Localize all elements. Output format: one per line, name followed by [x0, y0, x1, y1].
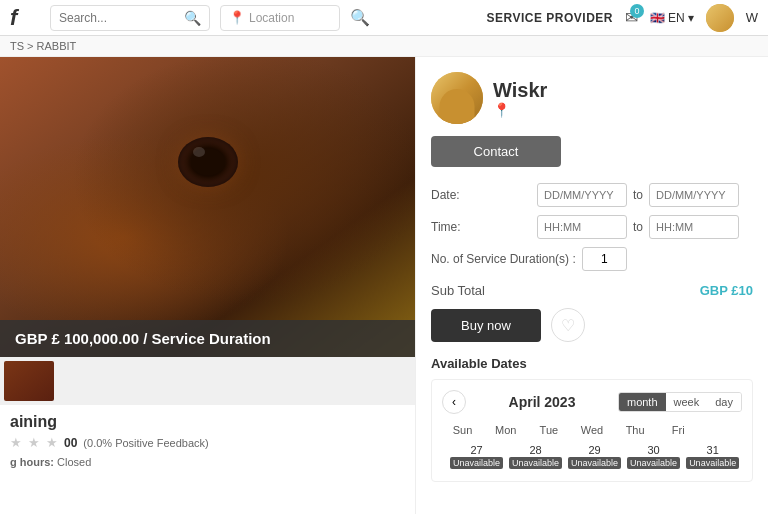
- flag-icon: 🇬🇧: [650, 11, 665, 25]
- subtotal-value: GBP £10: [700, 283, 753, 298]
- cal-cell-27: 27 Unavailable: [448, 442, 505, 471]
- listing-info: aining ★ ★ ★ 00 (0.0% Positive Feedback)…: [0, 405, 415, 476]
- calendar-days-header: Sun Mon Tue Wed Thu Fri: [442, 422, 742, 438]
- date-to-label: to: [633, 188, 643, 202]
- contact-button[interactable]: Contact: [431, 136, 561, 167]
- search-input[interactable]: [59, 11, 184, 25]
- cal-cell-30: 30 Unavailable: [625, 442, 682, 471]
- tab-month[interactable]: month: [619, 393, 666, 411]
- listing-image: GBP £ 100,000.00 / Service Duration: [0, 57, 415, 357]
- day-thu: Thu: [615, 422, 656, 438]
- location-text: Location: [249, 11, 294, 25]
- date-row: Date: to: [431, 183, 753, 207]
- rating-row: ★ ★ ★ 00 (0.0% Positive Feedback): [10, 435, 405, 450]
- calendar: ‹ April 2023 month week day Sun Mon Tue …: [431, 379, 753, 482]
- day-tue: Tue: [528, 422, 569, 438]
- day-wed: Wed: [571, 422, 612, 438]
- cal-cell-31: 31 Unavailable: [684, 442, 741, 471]
- day-fri: Fri: [658, 422, 699, 438]
- header: f 🔍 📍 Location 🔍 SERVICE PROVIDER ✉ 0 🇬🇧…: [0, 0, 768, 36]
- horse-eye: [178, 137, 238, 187]
- search-icon: 🔍: [184, 10, 201, 26]
- user-avatar[interactable]: [706, 4, 734, 32]
- star-2: ★: [28, 435, 40, 450]
- provider-location-icon: 📍: [493, 102, 510, 118]
- cal-cell-28: 28 Unavailable: [507, 442, 564, 471]
- cal-cell-29: 29 Unavailable: [566, 442, 623, 471]
- booking-form: Date: to Time: to No. of Service Duratio…: [431, 183, 753, 271]
- right-panel: Wiskr 📍 Contact Date: to Time: to No. of…: [415, 57, 768, 514]
- cal-cell-empty: [442, 442, 446, 471]
- avatar-image: [706, 4, 734, 32]
- duration-label: No. of Service Duration(s) :: [431, 252, 576, 266]
- user-initial: W: [746, 10, 758, 25]
- time-from-input[interactable]: [537, 215, 627, 239]
- calendar-header: ‹ April 2023 month week day: [442, 390, 742, 414]
- search-box[interactable]: 🔍: [50, 5, 210, 31]
- search-button[interactable]: 🔍: [350, 8, 370, 27]
- service-provider-link[interactable]: SERVICE PROVIDER: [487, 11, 613, 25]
- feedback-text: (0.0% Positive Feedback): [83, 437, 208, 449]
- calendar-month: April 2023: [509, 394, 576, 410]
- chevron-left-icon: ‹: [452, 395, 456, 409]
- duration-input[interactable]: [582, 247, 627, 271]
- date-to-input[interactable]: [649, 183, 739, 207]
- wishlist-button[interactable]: ♡: [551, 308, 585, 342]
- listing-title: aining: [10, 413, 405, 431]
- main-layout: GBP £ 100,000.00 / Service Duration aini…: [0, 57, 768, 514]
- provider-header: Wiskr 📍: [431, 72, 753, 124]
- date-from-input[interactable]: [537, 183, 627, 207]
- hours-value: Closed: [57, 456, 91, 468]
- day-sun: Sun: [442, 422, 483, 438]
- provider-avatar: [431, 72, 483, 124]
- time-to-input[interactable]: [649, 215, 739, 239]
- provider-avatar-shape: [440, 89, 475, 124]
- chevron-down-icon: ▾: [688, 11, 694, 25]
- breadcrumb: TS > RABBIT: [0, 36, 768, 57]
- buy-button[interactable]: Buy now: [431, 309, 541, 342]
- notification-icon[interactable]: ✉ 0: [625, 8, 638, 27]
- hours-row: g hours: Closed: [10, 456, 405, 468]
- hours-label: g hours:: [10, 456, 54, 468]
- calendar-prev-button[interactable]: ‹: [442, 390, 466, 414]
- thumbnail-1[interactable]: [4, 361, 54, 401]
- duration-row: No. of Service Duration(s) :: [431, 247, 753, 271]
- subtotal-label: Sub Total: [431, 283, 485, 298]
- price-overlay: GBP £ 100,000.00 / Service Duration: [0, 320, 415, 357]
- time-row: Time: to: [431, 215, 753, 239]
- available-dates-title: Available Dates: [431, 356, 753, 371]
- buy-row: Buy now ♡: [431, 308, 753, 342]
- provider-info: Wiskr 📍: [493, 79, 547, 118]
- tab-week[interactable]: week: [666, 393, 708, 411]
- subtotal-row: Sub Total GBP £10: [431, 283, 753, 298]
- provider-name: Wiskr: [493, 79, 547, 102]
- header-right: SERVICE PROVIDER ✉ 0 🇬🇧 EN ▾ W: [487, 4, 758, 32]
- lang-selector[interactable]: 🇬🇧 EN ▾: [650, 11, 694, 25]
- notification-badge: 0: [630, 4, 644, 18]
- star-3: ★: [46, 435, 58, 450]
- time-to-label: to: [633, 220, 643, 234]
- location-box[interactable]: 📍 Location: [220, 5, 340, 31]
- location-icon: 📍: [229, 10, 245, 25]
- day-mon: Mon: [485, 422, 526, 438]
- time-label: Time:: [431, 220, 531, 234]
- date-label: Date:: [431, 188, 531, 202]
- tab-day[interactable]: day: [707, 393, 741, 411]
- star-1: ★: [10, 435, 22, 450]
- logo: f: [10, 5, 40, 31]
- calendar-week-row: 27 Unavailable 28 Unavailable 29 Unavail…: [442, 442, 742, 471]
- rating-count: 00: [64, 436, 77, 450]
- heart-icon: ♡: [561, 316, 575, 335]
- view-tabs: month week day: [618, 392, 742, 412]
- lang-label: EN: [668, 11, 685, 25]
- thumbnail-strip: [0, 357, 415, 405]
- left-panel: GBP £ 100,000.00 / Service Duration aini…: [0, 57, 415, 514]
